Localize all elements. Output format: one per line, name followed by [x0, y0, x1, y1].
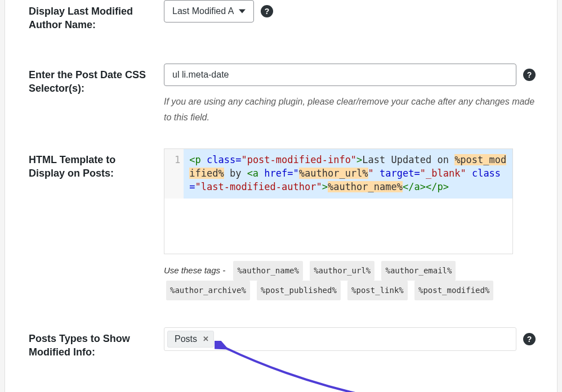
template-tag-hint: Use these tags - %author_name% %author_u…	[164, 261, 536, 300]
row-css-selector: Enter the Post Date CSS Selector(s): ? I…	[29, 64, 536, 127]
template-tag-chip: %author_email%	[381, 261, 456, 281]
template-tag-chip: %author_name%	[233, 261, 303, 281]
template-tag-chip: %post_link%	[347, 281, 408, 300]
template-tag-chip: %post_modified%	[414, 281, 493, 300]
label-display-author: Display Last Modified Author Name:	[29, 0, 164, 32]
label-css-selector: Enter the Post Date CSS Selector(s):	[29, 64, 164, 96]
template-tag-chip: %post_published%	[257, 281, 341, 300]
code-content[interactable]: <p class="post-modified-info">Last Updat…	[184, 149, 512, 198]
help-icon[interactable]: ?	[523, 69, 536, 81]
select-display-author-value: Last Modified A	[172, 6, 234, 16]
template-tag-chip: %author_archive%	[166, 281, 250, 300]
row-display-author: Display Last Modified Author Name: Last …	[29, 0, 536, 32]
remove-tag-icon[interactable]: ✕	[203, 335, 209, 343]
select-display-author[interactable]: Last Modified A	[164, 0, 254, 22]
template-tag-chip: %author_url%	[310, 261, 374, 281]
post-types-tag-label: Posts	[175, 334, 197, 344]
row-post-types: Posts Types to Show Modified Info: Posts…	[29, 327, 536, 359]
post-types-tag: Posts ✕	[167, 331, 214, 348]
label-html-template: HTML Template to Display on Posts:	[29, 148, 164, 181]
label-post-types: Posts Types to Show Modified Info:	[29, 327, 164, 359]
help-icon[interactable]: ?	[261, 5, 273, 17]
row-html-template: HTML Template to Display on Posts: 1 <p …	[29, 148, 536, 300]
code-editor[interactable]: 1 <p class="post-modified-info">Last Upd…	[164, 148, 513, 254]
chevron-down-icon	[238, 7, 246, 15]
input-css-selector[interactable]	[164, 64, 516, 86]
help-icon[interactable]: ?	[523, 333, 536, 345]
code-gutter: 1	[164, 149, 184, 198]
css-selector-hint: If you are using any caching plugin, ple…	[164, 94, 536, 127]
post-types-multiselect[interactable]: Posts ✕	[164, 327, 516, 351]
